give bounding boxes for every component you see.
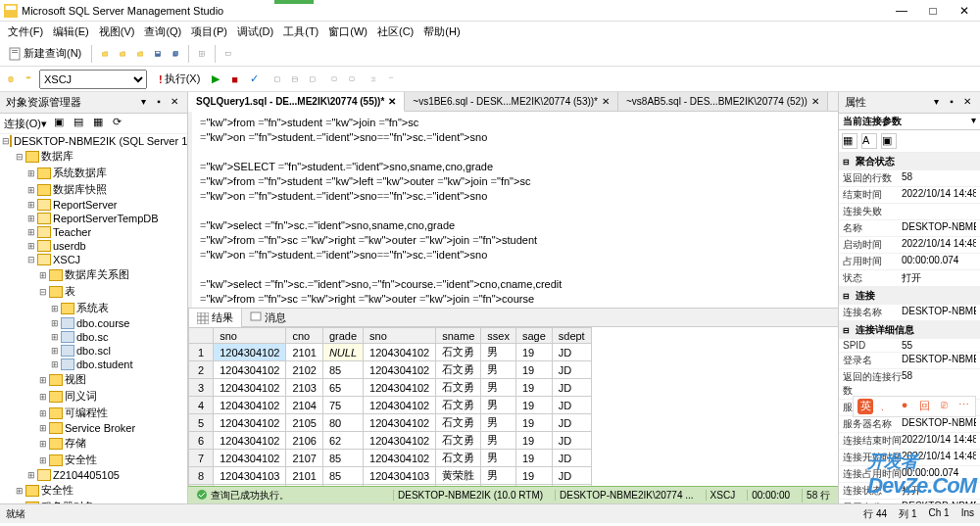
prop-pages-icon[interactable]: ▣ (881, 133, 897, 149)
tree-z[interactable]: ⊞Z2104405105 (0, 468, 187, 482)
tree-systables[interactable]: ⊞系统表 (0, 300, 187, 316)
menu-item[interactable]: 帮助(H) (419, 23, 464, 41)
ime-button[interactable]: 回 (916, 399, 932, 414)
tab-close-icon[interactable]: ✕ (811, 96, 819, 107)
table-row[interactable]: 512043041022105801204304102石文勇男19JD (189, 414, 592, 432)
messages-tab[interactable]: 消息 (242, 309, 294, 327)
tree-node-security[interactable]: ⊞安全性 (0, 452, 187, 468)
stop-button[interactable]: ■ (227, 72, 242, 87)
document-tab[interactable]: ~vs8AB5.sql - DES...BME2IK\20774 (52))✕ (618, 92, 828, 111)
column-header[interactable]: cno (286, 328, 322, 344)
menu-item[interactable]: 视图(V) (95, 23, 139, 41)
execute-button[interactable]: ! 执行(X) (155, 70, 204, 88)
tree-scl[interactable]: ⊞dbo.scl (0, 344, 187, 358)
prop-dropdown-icon[interactable]: ▾ (929, 96, 943, 110)
results-grid-area[interactable]: snocnogradesnosnamessexsagesdept11204304… (188, 327, 838, 486)
tree-userdb[interactable]: ⊞userdb (0, 239, 187, 253)
tree-sysdb[interactable]: ⊞系统数据库 (0, 165, 187, 181)
grid-icon[interactable] (195, 47, 209, 61)
panel-dropdown-icon[interactable]: ▾ (136, 96, 150, 110)
tab-close-icon[interactable]: ✕ (602, 96, 610, 107)
tab-close-icon[interactable]: ✕ (388, 96, 396, 107)
maximize-button[interactable]: □ (921, 4, 945, 18)
column-header[interactable]: sdept (552, 328, 591, 344)
column-header[interactable]: sno (364, 328, 436, 344)
document-tab[interactable]: ~vs1BE6.sql - DESK...ME2IK\20774 (53))*✕ (405, 92, 618, 111)
tree-synonyms[interactable]: ⊞同义词 (0, 388, 187, 405)
results-to-text-icon[interactable] (306, 72, 319, 86)
tree-views[interactable]: ⊞视图 (0, 371, 187, 388)
explorer-btn-4[interactable]: ⟳ (110, 116, 125, 131)
explorer-btn-2[interactable]: ▤ (71, 116, 86, 131)
panel-close-icon[interactable]: ✕ (168, 96, 181, 110)
column-header[interactable]: grade (322, 328, 363, 344)
save-icon[interactable] (151, 47, 165, 61)
menu-item[interactable]: 工具(T) (279, 23, 322, 41)
plan-icon[interactable] (270, 72, 284, 86)
minimize-button[interactable]: — (890, 4, 913, 18)
activity-icon[interactable] (221, 47, 235, 61)
tree-student[interactable]: ⊞dbo.student (0, 358, 187, 371)
open-icon-2[interactable] (116, 47, 129, 61)
tree-serverobjects[interactable]: ⊞服务器对象 (0, 499, 187, 503)
save-all-icon[interactable] (169, 47, 182, 61)
explorer-btn-1[interactable]: ▣ (51, 116, 67, 131)
column-header[interactable]: sno (214, 328, 286, 344)
property-category[interactable]: ⊟连接详细信息 (839, 321, 980, 339)
db-change-icon[interactable] (22, 72, 35, 86)
menu-item[interactable]: 窗口(W) (324, 23, 371, 41)
table-row[interactable]: 312043041022103651204304102石文勇男19JD (189, 379, 592, 397)
column-header[interactable]: sage (515, 328, 552, 344)
tree-xscj[interactable]: ⊟XSCJ (0, 253, 187, 266)
table-row[interactable]: 412043041022104751204304102石文勇男19JD (189, 397, 592, 414)
menu-item[interactable]: 文件(F) (4, 23, 47, 41)
tree-course[interactable]: ⊞dbo.course (0, 316, 187, 330)
close-button[interactable]: ✕ (953, 4, 976, 18)
tree-diagrams[interactable]: ⊞数据库关系图 (0, 266, 187, 283)
outdent-icon[interactable] (384, 72, 398, 86)
db-icon[interactable] (4, 72, 18, 86)
prop-pin-icon[interactable]: ▪ (945, 96, 958, 110)
menu-item[interactable]: 调试(D) (233, 23, 277, 41)
table-row[interactable]: 712043041022107851204304102石文勇男19JD (189, 450, 592, 467)
table-row[interactable]: 212043041022102851204304102石文勇男19JD (189, 361, 592, 379)
tree-databases[interactable]: ⊟数据库 (0, 148, 187, 165)
menu-item[interactable]: 编辑(E) (49, 23, 93, 41)
ime-button[interactable]: ⋯ (956, 399, 971, 414)
tree-tables[interactable]: ⊟表 (0, 283, 187, 300)
open-icon[interactable] (98, 47, 112, 61)
table-row[interactable]: 112043041022101NULL1204304102石文勇男19JD (189, 344, 592, 361)
menu-item[interactable]: 社区(C) (373, 23, 417, 41)
property-category[interactable]: ⊟聚合状态 (839, 153, 980, 170)
database-select[interactable]: XSCJ (39, 70, 147, 89)
menu-item[interactable]: 项目(P) (187, 23, 231, 41)
tree-reportservertemp[interactable]: ⊞ReportServerTempDB (0, 212, 187, 225)
new-query-button[interactable]: 新建查询(N) (4, 44, 85, 63)
tree-reportserver[interactable]: ⊞ReportServer (0, 198, 187, 212)
tree-servicebroker[interactable]: ⊞Service Broker (0, 421, 187, 435)
tree-server[interactable]: ⊟DESKTOP-NBME2IK (SQL Server 10.0.160 (0, 134, 187, 148)
comment-icon[interactable] (327, 72, 341, 86)
ime-bar[interactable]: 英、●回⎚⋯ (853, 396, 976, 417)
prop-close-icon[interactable]: ✕ (960, 96, 974, 110)
document-tab[interactable]: SQLQuery1.sql - DE...ME2IK\20774 (55))*✕ (188, 92, 405, 112)
tree-sc[interactable]: ⊞dbo.sc (0, 330, 187, 344)
ime-button[interactable]: 、 (877, 399, 893, 414)
open-folder-icon[interactable] (133, 47, 147, 61)
prop-alpha-icon[interactable]: A (861, 133, 877, 149)
parse-button[interactable]: ✓ (246, 71, 263, 87)
object-tree[interactable]: ⊟DESKTOP-NBME2IK (SQL Server 10.0.160⊟数据… (0, 134, 187, 503)
debug-button[interactable]: ▶ (208, 71, 223, 87)
property-category[interactable]: ⊟连接 (839, 287, 980, 305)
column-header[interactable]: sname (436, 328, 481, 344)
tree-teacher[interactable]: ⊞Teacher (0, 225, 187, 239)
tree-security[interactable]: ⊞安全性 (0, 482, 187, 499)
menu-item[interactable]: 查询(Q) (140, 23, 185, 41)
explorer-btn-3[interactable]: ▦ (90, 116, 106, 131)
tree-programmability[interactable]: ⊞可编程性 (0, 405, 187, 421)
table-row[interactable]: 812043041032101851204304103黄荣胜男19JD (189, 467, 592, 485)
ime-button[interactable]: ● (897, 399, 912, 414)
uncomment-icon[interactable] (345, 72, 359, 86)
connect-dropdown[interactable]: 连接(O)▾ (4, 117, 47, 131)
table-row[interactable]: 612043041022106621204304102石文勇男19JD (189, 432, 592, 450)
